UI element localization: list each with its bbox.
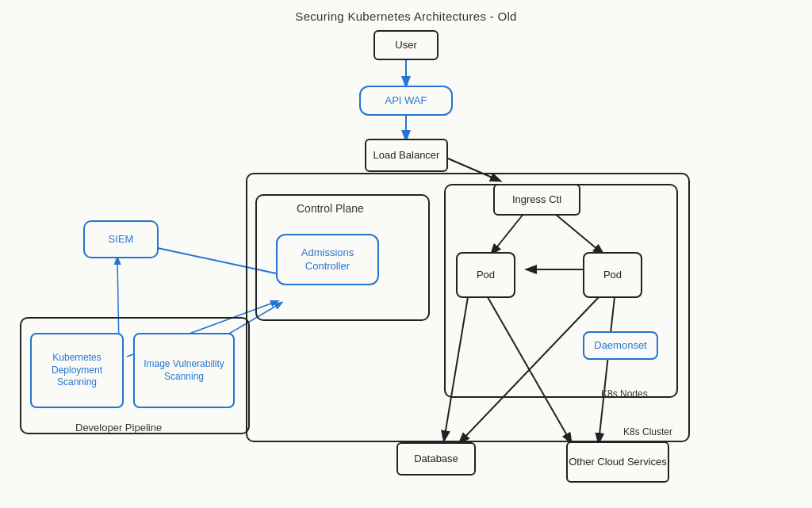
k8s-nodes-label: K8s Nodes — [601, 388, 648, 399]
pod-right-box: Pod — [583, 252, 642, 298]
user-box: User — [373, 30, 439, 60]
k8s-deployment-scanning-box: Kubernetes Deployment Scanning — [30, 333, 124, 408]
siem-box: SIEM — [83, 220, 159, 258]
admissions-controller-box: Admissions Controller — [276, 234, 379, 285]
database-box: Database — [396, 442, 476, 476]
image-vuln-scanning-box: Image Vulnerability Scanning — [133, 333, 235, 408]
developer-pipeline-label: Developer Pipeline — [75, 422, 162, 434]
page-title: Securing Kubernetes Architectures - Old — [295, 10, 516, 23]
pod-left-box: Pod — [456, 252, 515, 298]
daemonset-box: Daemonset — [583, 331, 658, 360]
other-cloud-services-box: Other Cloud Services — [566, 441, 669, 483]
load-balancer-box: Load Balancer — [365, 139, 448, 172]
control-plane-label: Control Plane — [297, 202, 364, 215]
api-waf-box: API WAF — [359, 86, 453, 116]
ingress-ctl-box: Ingress Ctl — [493, 184, 580, 216]
k8s-cluster-label: K8s Cluster — [623, 426, 672, 437]
